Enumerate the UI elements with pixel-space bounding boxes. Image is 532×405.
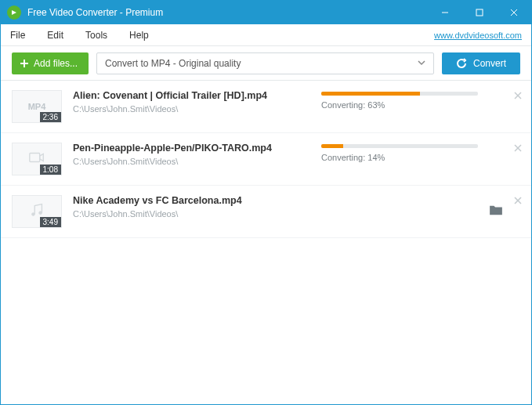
- svg-point-12: [39, 212, 42, 215]
- progress-bar: [321, 92, 478, 96]
- progress-bar: [321, 144, 478, 148]
- file-list: MP4 2:36 Alien: Covenant | Official Trai…: [1, 81, 531, 238]
- format-select[interactable]: Convert to MP4 - Original quality: [96, 52, 434, 74]
- plus-icon: [20, 59, 29, 68]
- close-button[interactable]: [497, 1, 531, 24]
- status-text: Converting: 63%: [321, 100, 501, 110]
- file-row[interactable]: 3:49 Nike Academy vs FC Barcelona.mp4 C:…: [1, 186, 531, 238]
- toolbar: Add files... Convert to MP4 - Original q…: [1, 46, 531, 81]
- file-path: C:\Users\John.Smit\Videos\: [73, 104, 321, 114]
- maximize-button[interactable]: [462, 1, 497, 24]
- add-files-button[interactable]: Add files...: [12, 52, 89, 74]
- titlebar: Free Video Converter - Premium: [1, 1, 531, 24]
- svg-point-11: [32, 213, 35, 216]
- refresh-icon: [456, 58, 467, 69]
- window-controls: [428, 1, 531, 24]
- status-column: Converting: 14%: [321, 143, 501, 162]
- svg-rect-8: [30, 154, 40, 162]
- duration-badge: 3:49: [40, 217, 61, 227]
- file-info: Alien: Covenant | Official Trailer [HD].…: [73, 90, 321, 114]
- thumbnail: 1:08: [12, 143, 62, 175]
- status-column: Converting: 63%: [321, 90, 501, 110]
- status-text: Converting: 14%: [321, 153, 501, 162]
- file-info: Pen-Pineapple-Apple-Pen/PIKO-TARO.mp4 C:…: [73, 143, 321, 166]
- file-info: Nike Academy vs FC Barcelona.mp4 C:\User…: [73, 195, 520, 219]
- file-name: Pen-Pineapple-Apple-Pen/PIKO-TARO.mp4: [73, 143, 321, 154]
- menubar: File Edit Tools Help www.dvdvideosoft.co…: [1, 24, 531, 46]
- menu-tools[interactable]: Tools: [85, 30, 118, 41]
- thumb-format-label: MP4: [28, 102, 46, 111]
- file-row[interactable]: 1:08 Pen-Pineapple-Apple-Pen/PIKO-TARO.m…: [1, 133, 531, 186]
- format-select-value: Convert to MP4 - Original quality: [105, 58, 241, 69]
- convert-label: Convert: [473, 58, 506, 69]
- remove-file-button[interactable]: [514, 193, 522, 208]
- menu-help[interactable]: Help: [129, 30, 160, 41]
- add-files-label: Add files...: [34, 58, 78, 69]
- file-name: Nike Academy vs FC Barcelona.mp4: [73, 195, 520, 206]
- duration-badge: 2:36: [40, 112, 61, 122]
- minimize-button[interactable]: [428, 1, 462, 24]
- file-path: C:\Users\John.Smit\Videos\: [73, 209, 520, 219]
- open-folder-button[interactable]: [489, 204, 503, 219]
- svg-rect-1: [476, 9, 483, 16]
- window-title: Free Video Converter - Premium: [27, 7, 428, 18]
- remove-file-button[interactable]: [514, 141, 522, 155]
- remove-file-button[interactable]: [514, 89, 522, 103]
- thumbnail: 3:49: [12, 195, 62, 228]
- chevron-down-icon: [418, 58, 425, 69]
- duration-badge: 1:08: [40, 165, 61, 175]
- menu-edit[interactable]: Edit: [47, 30, 74, 41]
- app-icon: [7, 5, 21, 20]
- file-path: C:\Users\John.Smit\Videos\: [73, 157, 321, 166]
- file-name: Alien: Covenant | Official Trailer [HD].…: [73, 90, 321, 101]
- website-link[interactable]: www.dvdvideosoft.com: [434, 31, 522, 40]
- file-row[interactable]: MP4 2:36 Alien: Covenant | Official Trai…: [1, 81, 531, 133]
- thumbnail: MP4 2:36: [12, 90, 62, 123]
- convert-button[interactable]: Convert: [442, 52, 520, 74]
- menu-file[interactable]: File: [10, 30, 36, 41]
